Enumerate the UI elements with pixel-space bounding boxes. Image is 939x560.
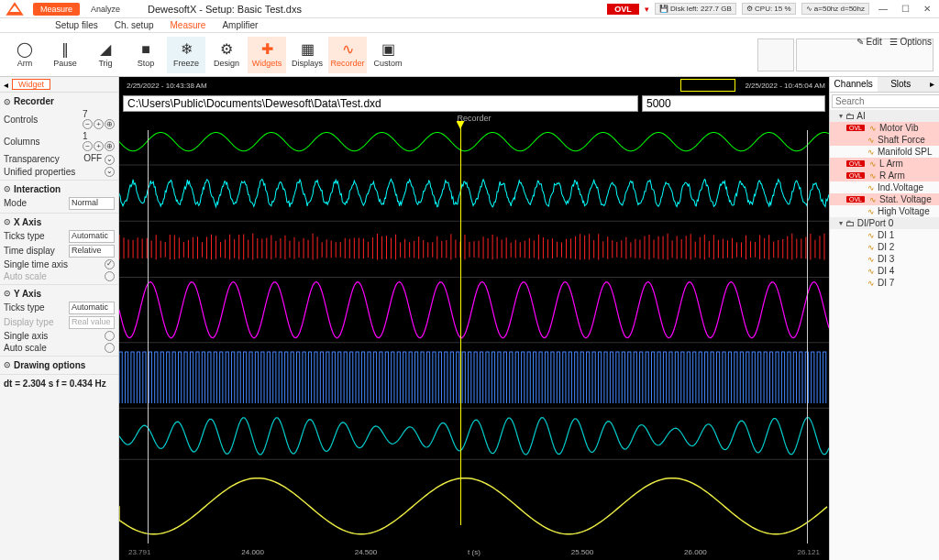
y-autoscale-label: Auto scale [4, 343, 47, 353]
file-path-input[interactable] [123, 95, 638, 112]
tab-amplifier[interactable]: Amplifier [222, 20, 258, 30]
channel-item[interactable]: ∿Manifold SPL [830, 146, 939, 158]
x-autoscale-radio[interactable] [105, 271, 115, 281]
unified-toggle[interactable]: ⌄ [105, 167, 115, 177]
recorder-chart[interactable]: 2/25/2022 - 10:43:38 AM 2/25/2022 - 10:4… [119, 77, 829, 560]
window-minimize[interactable]: — [875, 4, 891, 14]
window-maximize[interactable]: ☐ [897, 4, 913, 14]
xticks-label: Ticks type [4, 231, 45, 241]
group-drawing[interactable]: Drawing options [4, 358, 115, 372]
columns-plus[interactable]: + [94, 141, 104, 151]
status-ovl: OVL [607, 4, 639, 15]
window-title: DewesoftX - Setup: Basic Test.dxs [148, 4, 607, 15]
ribbon-pause[interactable]: ‖Pause [46, 37, 84, 73]
xticks-select[interactable]: Automatic [69, 230, 115, 243]
yticks-select[interactable]: Automatic [69, 302, 115, 314]
tab-slots[interactable]: Slots [878, 77, 925, 92]
singleaxis-radio[interactable] [105, 331, 115, 341]
singleaxis-label: Single axis [4, 331, 48, 341]
ribbon-freeze[interactable]: ❄Freeze [167, 37, 205, 73]
setup-tabs: Setup files Ch. setup Measure Amplifier [0, 18, 939, 33]
ribbon-stop[interactable]: ■Stop [127, 37, 165, 73]
channel-item[interactable]: ∿DI 2 [830, 241, 939, 253]
disptype-select[interactable]: Real value [69, 316, 115, 329]
mode-analyze[interactable]: Analyze [83, 3, 127, 16]
options-button[interactable]: ☰ Options [889, 37, 932, 47]
mode-measure[interactable]: Measure [33, 3, 80, 16]
tab-expand[interactable]: ▸ [924, 77, 939, 92]
channel-item[interactable]: ∿DI 1 [830, 229, 939, 241]
mode-label: Mode [4, 198, 27, 208]
status-disk: 💾 Disk left: 227.7 GB [655, 3, 736, 15]
transparency-label: Transparency [4, 154, 60, 164]
waveform-canvas[interactable] [119, 114, 829, 544]
channel-item[interactable]: OVL∿R Arm [830, 170, 939, 181]
timestamp-left: 2/25/2022 - 10:43:38 AM [127, 82, 207, 90]
ribbon-arm[interactable]: ◯Arm [6, 37, 44, 73]
singletime-check[interactable]: ✓ [105, 259, 115, 269]
ribbon-trig[interactable]: ◢Trig [86, 37, 125, 73]
channel-item[interactable]: ∿Ind.Voltage [830, 181, 939, 193]
recorder-label: Recorder [453, 114, 494, 123]
ribbon-recorder[interactable]: ∿Recorder [328, 37, 367, 73]
tab-setupfiles[interactable]: Setup files [55, 20, 98, 30]
group-recorder[interactable]: Recorder [4, 94, 115, 108]
timestamp-right: 2/25/2022 - 10:45:04 AM [745, 82, 825, 90]
channels-panel: Channels Slots ▸ 🔍 ▾ 🗀 AIOVL∿Motor Vib∿S… [829, 77, 939, 560]
channel-item[interactable]: ∿High Voltage [830, 205, 939, 217]
app-logo [4, 1, 26, 17]
tab-chsetup[interactable]: Ch. setup [115, 20, 154, 30]
y-autoscale-radio[interactable] [105, 343, 115, 353]
disptype-label: Display type [4, 317, 53, 327]
columns-minus[interactable]: − [83, 141, 93, 151]
channel-item[interactable]: OVL∿Motor Vib [830, 122, 939, 134]
timedisp-select[interactable]: Relative [69, 245, 115, 258]
tab-channels[interactable]: Channels [830, 77, 878, 92]
transparency-toggle[interactable]: ⌄ [105, 155, 115, 165]
ribbon-custom[interactable]: ▣Custom [369, 37, 407, 73]
channel-item[interactable]: ∿DI 3 [830, 253, 939, 265]
cursor-summary: dt = 2.304 s f = 0.434 Hz [0, 375, 118, 392]
tab-measure[interactable]: Measure [171, 20, 206, 30]
x-end: 26.121 [797, 548, 819, 556]
window-close[interactable]: ✕ [919, 4, 935, 14]
field-input[interactable] [642, 95, 825, 112]
unified-label: Unified properties [4, 167, 75, 177]
channel-group[interactable]: 🗀 DI/Port 0 [830, 217, 939, 229]
controls-minus[interactable]: − [83, 119, 93, 129]
edit-button[interactable]: ✎ Edit [856, 37, 882, 47]
channel-item[interactable]: ∿Shaft Force [830, 134, 939, 146]
yticks-label: Ticks type [4, 302, 45, 313]
properties-panel: ◂Widget Recorder Controls7 −+⊕ Columns1 … [0, 77, 119, 560]
columns-label: Columns [4, 137, 39, 147]
x-axis-label: t (s) [468, 548, 481, 556]
ribbon-widgets[interactable]: ✚Widgets [248, 37, 286, 73]
singletime-label: Single time axis [4, 259, 68, 269]
channel-item[interactable]: ∿DI 4 [830, 265, 939, 277]
group-xaxis[interactable]: X Axis [4, 215, 115, 229]
x-start: 23.791 [128, 548, 150, 556]
group-yaxis[interactable]: Y Axis [4, 287, 115, 301]
controls-more[interactable]: ⊕ [105, 119, 115, 129]
status-cpu: ⚙ CPU: 15 % [742, 3, 796, 15]
ribbon-design[interactable]: ⚙Design [207, 37, 246, 73]
channel-item[interactable]: OVL∿Stat. Voltage [830, 193, 939, 205]
mode-select[interactable]: Normal [69, 197, 115, 210]
timedisp-label: Time display [4, 246, 55, 256]
ribbon-displays[interactable]: ▦Displays [288, 37, 326, 73]
channel-group[interactable]: 🗀 AI [830, 110, 939, 122]
channel-item[interactable]: ∿DI 7 [830, 277, 939, 289]
overview-highlight[interactable] [680, 79, 735, 92]
group-interaction[interactable]: Interaction [4, 182, 115, 196]
controls-label: Controls [4, 115, 38, 125]
columns-more[interactable]: ⊕ [105, 141, 115, 151]
controls-plus[interactable]: + [94, 119, 104, 129]
channel-item[interactable]: OVL∿L Arm [830, 158, 939, 170]
layout-thumb[interactable] [757, 38, 794, 71]
widget-tab[interactable]: Widget [12, 79, 50, 90]
channel-search-input[interactable] [832, 94, 939, 108]
x-autoscale-label: Auto scale [4, 271, 47, 281]
status-freq: ∿ a=50hz d=50hz [801, 3, 869, 15]
